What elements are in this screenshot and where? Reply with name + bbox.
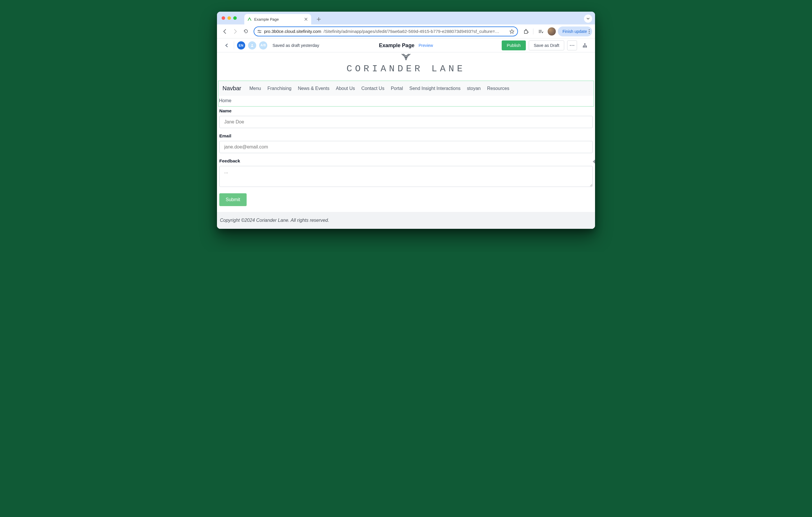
footer: Copyright ©2024 Coriander Lane. All righ… xyxy=(217,212,595,229)
nav-resources[interactable]: Resources xyxy=(487,86,509,91)
brand-logo-icon xyxy=(397,54,415,62)
svg-point-6 xyxy=(570,45,571,46)
save-draft-button[interactable]: Save as Draft xyxy=(529,40,564,50)
form-group-name: Name xyxy=(219,108,593,128)
nav-stoyan[interactable]: stoyan xyxy=(467,86,481,91)
scroll-indicator-icon xyxy=(591,157,595,166)
window-controls xyxy=(220,16,239,20)
brand-header: CORIANDER LANE xyxy=(217,52,595,81)
svg-point-7 xyxy=(572,45,572,46)
browser-window: Example Page pro.3b0ce.cloud.sitefinity.… xyxy=(217,12,595,229)
admin-back-button[interactable] xyxy=(222,41,231,50)
profile-avatar[interactable] xyxy=(547,26,557,36)
navbar: Navbar Menu Franchising News & Events Ab… xyxy=(219,81,593,96)
chrome-tabstrip: Example Page xyxy=(217,12,595,24)
feedback-label: Feedback xyxy=(219,158,593,164)
brand-name: CORIANDER LANE xyxy=(347,63,466,74)
omnibox[interactable]: pro.3b0ce.cloud.sitefinity.com/Sitefinit… xyxy=(254,26,518,36)
tab-close-button[interactable] xyxy=(303,17,308,22)
svg-point-8 xyxy=(573,45,574,46)
user-badge[interactable] xyxy=(248,41,256,50)
name-input[interactable] xyxy=(219,116,593,128)
svg-rect-12 xyxy=(586,46,587,48)
nav-portal[interactable]: Portal xyxy=(391,86,403,91)
admin-page-title: Example Page xyxy=(379,42,414,48)
svg-rect-10 xyxy=(583,46,584,48)
toolbar-divider xyxy=(533,29,533,34)
chrome-toolbar-right: Finish update xyxy=(521,26,592,36)
svg-point-5 xyxy=(252,44,253,45)
navbar-brand[interactable]: Navbar xyxy=(223,85,241,92)
nav-menu[interactable]: Menu xyxy=(249,86,261,91)
site-settings-icon[interactable] xyxy=(257,29,262,34)
form-group-email: Email xyxy=(219,133,593,153)
draft-status-text: Saved as draft yesterday xyxy=(272,43,319,48)
form-area: Name Email Feedback Submit xyxy=(217,108,595,212)
svg-point-3 xyxy=(589,31,589,32)
finish-update-label: Finish update xyxy=(562,29,587,34)
admin-center: Example Page Preview xyxy=(379,42,433,48)
nav-reload-button[interactable] xyxy=(241,26,251,36)
sitefinity-admin-bar: EN A/B Saved as draft yesterday Example … xyxy=(217,38,595,52)
page-content: CORIANDER LANE Navbar Menu Franchising N… xyxy=(217,52,595,229)
svg-point-2 xyxy=(589,29,589,30)
svg-point-4 xyxy=(589,33,589,33)
window-close-icon[interactable] xyxy=(222,16,225,20)
new-tab-button[interactable] xyxy=(315,15,323,23)
preview-link[interactable]: Preview xyxy=(418,43,433,48)
browser-tab-active[interactable]: Example Page xyxy=(244,14,311,24)
publish-button[interactable]: Publish xyxy=(502,40,526,50)
name-label: Name xyxy=(219,108,593,113)
nav-back-button[interactable] xyxy=(220,26,230,36)
omnibox-url-path: /Sitefinity/adminapp/pages/sfedit/79ae6a… xyxy=(324,29,499,34)
admin-actions: Publish Save as Draft xyxy=(502,40,590,50)
tab-overflow-button[interactable] xyxy=(584,15,592,23)
email-input[interactable] xyxy=(219,141,593,153)
nav-franchising[interactable]: Franchising xyxy=(267,86,292,91)
footer-text: Copyright ©2024 Coriander Lane. All righ… xyxy=(220,218,329,223)
nav-about-us[interactable]: About Us xyxy=(336,86,355,91)
more-actions-button[interactable] xyxy=(567,40,577,50)
svg-point-0 xyxy=(258,30,259,31)
window-minimize-icon[interactable] xyxy=(227,16,231,20)
kebab-icon xyxy=(589,29,590,34)
breadcrumb[interactable]: Home xyxy=(219,96,593,106)
omnibox-url-host: pro.3b0ce.cloud.sitefinity.com xyxy=(264,29,321,34)
reading-list-icon[interactable] xyxy=(536,26,546,36)
finish-update-button[interactable]: Finish update xyxy=(558,26,592,36)
avatar-icon xyxy=(548,27,556,35)
selected-widget-outline: Navbar Menu Franchising News & Events Ab… xyxy=(218,81,594,107)
email-label: Email xyxy=(219,133,593,139)
tab-title: Example Page xyxy=(254,17,279,22)
svg-rect-11 xyxy=(584,46,585,48)
bookmark-star-icon[interactable] xyxy=(509,29,515,34)
ab-test-badge[interactable]: A/B xyxy=(259,41,267,50)
nav-contact-us[interactable]: Contact Us xyxy=(361,86,384,91)
form-group-feedback: Feedback xyxy=(219,158,593,188)
sitefinity-favicon-icon xyxy=(247,17,252,22)
language-badge[interactable]: EN xyxy=(237,41,245,50)
window-zoom-icon[interactable] xyxy=(233,16,237,20)
nav-news-events[interactable]: News & Events xyxy=(298,86,329,91)
svg-point-1 xyxy=(259,32,260,33)
svg-rect-9 xyxy=(584,44,585,45)
submit-button[interactable]: Submit xyxy=(219,193,246,206)
sitemap-button[interactable] xyxy=(580,40,590,50)
chrome-toolbar: pro.3b0ce.cloud.sitefinity.com/Sitefinit… xyxy=(217,24,595,38)
nav-forward-button[interactable] xyxy=(230,26,240,36)
nav-send-insight[interactable]: Send Insight Interactions xyxy=(409,86,460,91)
extensions-icon[interactable] xyxy=(521,26,531,36)
feedback-textarea[interactable] xyxy=(219,166,593,187)
admin-divider xyxy=(234,41,234,50)
